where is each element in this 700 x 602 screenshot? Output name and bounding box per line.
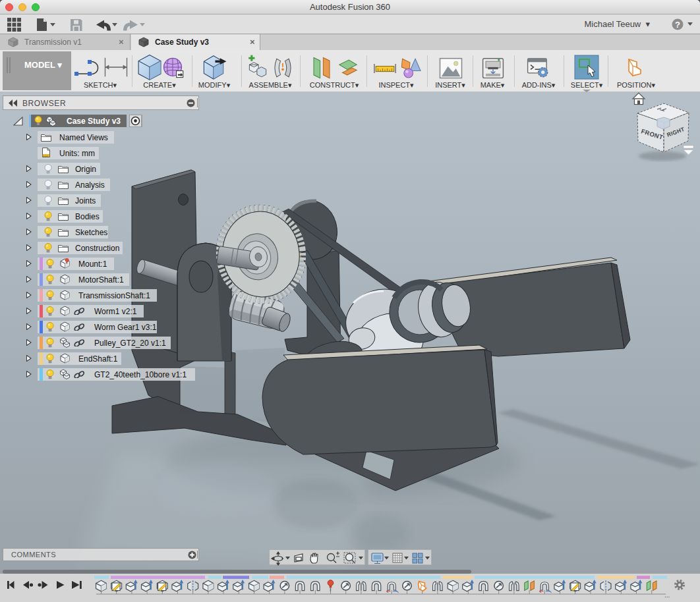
svg-text:...: ...: [664, 591, 670, 599]
svg-text:?: ?: [675, 20, 680, 30]
